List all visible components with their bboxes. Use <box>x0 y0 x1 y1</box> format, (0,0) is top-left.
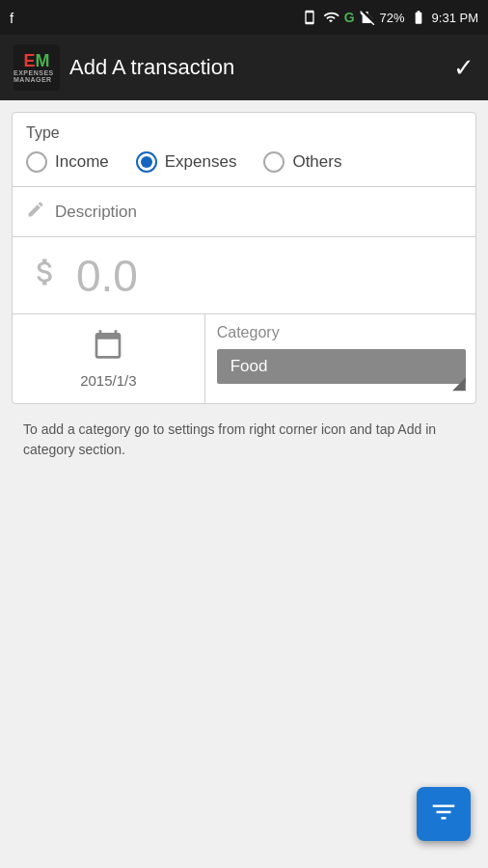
radio-inner-expenses <box>141 156 152 168</box>
description-section <box>13 187 475 237</box>
category-label: Category <box>217 324 466 341</box>
calendar-icon <box>93 329 123 366</box>
date-section[interactable]: 2015/1/3 <box>13 314 205 403</box>
wifi-icon <box>322 10 339 25</box>
form-card: Type Income Expenses Others <box>12 112 476 404</box>
coins-icon <box>28 255 63 296</box>
phone-icon <box>302 10 317 25</box>
confirm-button[interactable]: ✓ <box>453 53 474 83</box>
battery-percent: 72% <box>380 11 405 25</box>
radio-others[interactable]: Others <box>263 151 341 173</box>
battery-icon <box>410 10 427 25</box>
signal-icon <box>360 10 375 25</box>
app-title: Add A transaction <box>69 55 234 80</box>
status-right: G 72% 9:31 PM <box>302 10 478 25</box>
dropdown-arrow-icon: ◢ <box>452 372 466 393</box>
pencil-icon <box>26 200 45 224</box>
app-bar-left: EM EXPENSES MANAGER Add A transaction <box>14 44 234 91</box>
radio-circle-others <box>263 151 285 173</box>
logo-subtitle: EXPENSES MANAGER <box>14 69 60 83</box>
radio-expenses[interactable]: Expenses <box>136 151 237 173</box>
status-left: f <box>10 10 14 26</box>
radio-label-others: Others <box>292 152 341 172</box>
equalizer-icon <box>429 798 458 830</box>
category-dropdown[interactable]: Food <box>217 349 466 384</box>
radio-circle-income <box>26 151 47 173</box>
category-section: Category Food ◢ <box>205 314 475 403</box>
description-input[interactable] <box>55 203 462 222</box>
type-label: Type <box>26 124 462 142</box>
amount-value: 0.0 <box>76 254 138 298</box>
status-bar: f G 72% 9:31 PM <box>0 0 488 35</box>
amount-section: 0.0 <box>13 237 475 314</box>
date-value: 2015/1/3 <box>80 372 136 389</box>
category-selected: Food <box>230 357 268 376</box>
type-section: Type Income Expenses Others <box>13 113 475 187</box>
radio-group: Income Expenses Others <box>26 151 462 173</box>
facebook-icon: f <box>10 10 14 26</box>
info-text: To add a category go to settings from ri… <box>12 404 476 460</box>
fab-button[interactable] <box>417 787 471 841</box>
main-content: Type Income Expenses Others <box>0 100 488 472</box>
app-bar: EM EXPENSES MANAGER Add A transaction ✓ <box>0 35 488 100</box>
app-logo: EM EXPENSES MANAGER <box>14 44 60 91</box>
time: 9:31 PM <box>432 11 478 25</box>
radio-label-income: Income <box>55 152 109 172</box>
date-category-section: 2015/1/3 Category Food ◢ <box>13 314 475 403</box>
network-icon: G <box>344 10 355 25</box>
radio-label-expenses: Expenses <box>165 152 237 172</box>
radio-circle-expenses <box>136 151 157 173</box>
radio-income[interactable]: Income <box>26 151 109 173</box>
